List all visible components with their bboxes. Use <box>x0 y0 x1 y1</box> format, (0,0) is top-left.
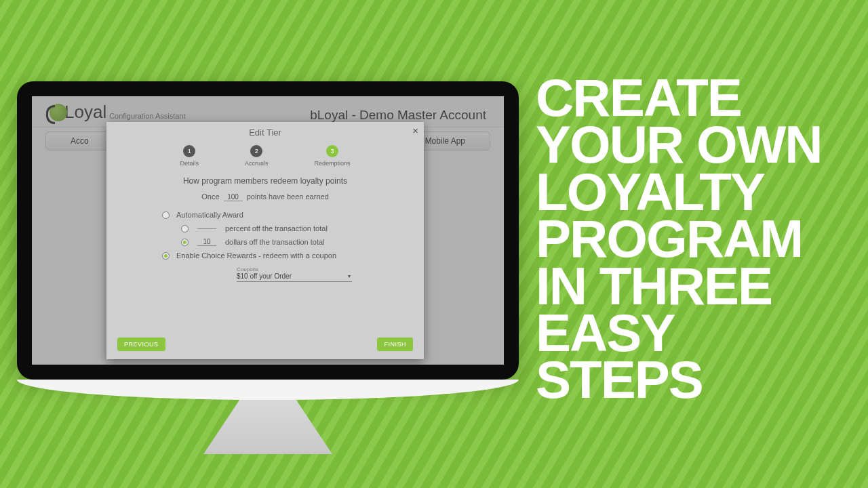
option-dollars-off[interactable]: 10 dollars off the transaction total <box>181 238 424 246</box>
monitor-stand-foot <box>203 400 332 454</box>
option-auto-award[interactable]: Automatically Award <box>162 211 424 219</box>
radio-icon[interactable] <box>181 225 189 232</box>
dollars-input[interactable]: 10 <box>197 238 216 246</box>
modal-header: Edit Tier × <box>106 122 424 142</box>
logo-mark-icon <box>50 104 67 121</box>
edit-tier-modal: Edit Tier × 1 Details 2 Accruals 3 Redem… <box>106 122 424 359</box>
points-input[interactable]: 100 <box>224 193 243 201</box>
step-accruals[interactable]: 2 Accruals <box>245 145 269 167</box>
coupons-dropdown[interactable]: Coupons $10 off your Order ▾ <box>237 265 352 282</box>
logo-text: Loyal <box>64 102 106 123</box>
logo-subtitle: Configuration Assistant <box>109 112 186 120</box>
option-label: percent off the transaction total <box>225 224 328 232</box>
radio-icon[interactable] <box>181 239 189 246</box>
section-title: How program members redeem loyalty point… <box>106 176 424 186</box>
step-label: Accruals <box>245 160 269 167</box>
monitor-bezel: Loyal Configuration Assistant bLoyal - D… <box>17 81 519 380</box>
option-label: Enable Choice Rewards - redeem with a co… <box>176 251 336 260</box>
option-choice-rewards[interactable]: Enable Choice Rewards - redeem with a co… <box>162 251 424 260</box>
finish-button[interactable]: FINISH <box>377 338 413 351</box>
radio-icon[interactable] <box>162 211 170 219</box>
step-label: Details <box>180 160 199 167</box>
dropdown-value: $10 off your Order <box>237 272 352 280</box>
bloyal-logo: Loyal Configuration Assistant <box>50 102 186 123</box>
tab-mobile-app[interactable]: Mobile App <box>425 136 465 146</box>
step-number: 2 <box>250 145 262 157</box>
step-number: 1 <box>183 145 195 157</box>
chevron-down-icon: ▾ <box>348 273 351 279</box>
step-details[interactable]: 1 Details <box>180 145 199 167</box>
option-percent-off[interactable]: percent off the transaction total <box>181 224 424 232</box>
option-label: dollars off the transaction total <box>225 238 325 246</box>
monitor-mockup: Loyal Configuration Assistant bLoyal - D… <box>17 81 519 454</box>
close-icon[interactable]: × <box>412 125 418 136</box>
redemption-options: Automatically Award percent off the tran… <box>162 211 424 282</box>
step-number: 3 <box>326 145 338 157</box>
label-once: Once <box>201 192 219 201</box>
radio-icon[interactable] <box>162 252 170 260</box>
modal-footer: PREVIOUS FINISH <box>117 338 413 351</box>
points-threshold-row: Once 100 points have been earned <box>106 192 424 201</box>
option-label: Automatically Award <box>176 211 243 219</box>
monitor-stand-base <box>17 380 519 400</box>
percent-input[interactable] <box>197 228 216 229</box>
dropdown-label: Coupons <box>237 266 352 272</box>
modal-title: Edit Tier <box>249 127 281 138</box>
account-title: bLoyal - Demo Master Account <box>310 108 486 123</box>
hero-line: EASY STEPS <box>536 310 848 404</box>
step-redemptions[interactable]: 3 Redemptions <box>315 145 351 167</box>
hero-headline: CREATE YOUR OWN LOYALTY PROGRAM IN THREE… <box>536 75 848 404</box>
app-screen: Loyal Configuration Assistant bLoyal - D… <box>32 96 504 365</box>
step-label: Redemptions <box>315 160 351 167</box>
label-suffix: points have been earned <box>247 192 329 201</box>
previous-button[interactable]: PREVIOUS <box>117 338 165 351</box>
wizard-stepper: 1 Details 2 Accruals 3 Redemptions <box>106 145 424 167</box>
tab-account[interactable]: Acco <box>71 136 89 146</box>
